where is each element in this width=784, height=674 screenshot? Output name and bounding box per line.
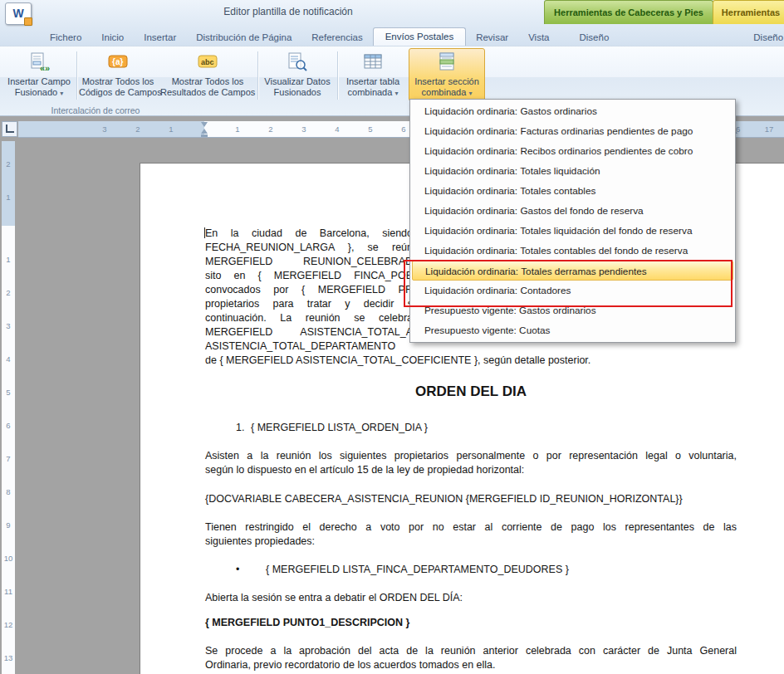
ruler-number: 9 [2, 520, 15, 530]
ribbon-tab-strip: Fichero Inicio Insertar Distribución de … [0, 25, 784, 46]
dropdown-arrow-icon: ▾ [468, 90, 472, 97]
ruler-number: 3 [301, 125, 306, 134]
preview-data-icon [261, 49, 334, 76]
docvariable-line: {DOCVARIABLE CABECERA_ASISTENCIA_REUNION… [205, 492, 737, 506]
contextual-group-tools: Herramientas [713, 0, 784, 24]
ruler-number: 1 [235, 125, 239, 134]
doc-line: FECHA_REUNION_LARGA }, se reún [205, 241, 413, 255]
menu-item[interactable]: Presupuesto vigente: Gastos ordinarios [410, 300, 735, 320]
show-field-results-button[interactable]: abc Mostrar Todos los Resultados de Camp… [159, 48, 256, 101]
tab-inicio[interactable]: Inicio [91, 29, 134, 46]
ruler-number: 2 [268, 125, 272, 134]
tab-revisar[interactable]: Revisar [466, 29, 518, 46]
doc-heading: ORDEN DEL DIA [205, 384, 737, 398]
tab-distribucion-de-pagina[interactable]: Distribución de Página [186, 29, 301, 46]
paragraph-se-procede: Se procede a la aprobación del acta de l… [205, 644, 737, 672]
merge-table-icon [340, 49, 406, 76]
field-codes-icon: {a} [79, 49, 157, 76]
ruler-number: 8 [2, 487, 15, 496]
list-number: 1. [236, 421, 251, 435]
dropdown-arrow-icon: ▾ [394, 90, 398, 97]
menu-item[interactable]: Liquidación ordinaria: Totales contables… [410, 241, 735, 261]
ruler-number: 6 [401, 125, 405, 134]
tab-stop-left-icon [6, 125, 14, 133]
doc-line: según lo dispuesto en el artículo 15 de … [205, 463, 737, 477]
list-text: { MERGEFIELD LISTA_ORDEN_DIA } [251, 422, 428, 433]
ruler-number: 2 [2, 288, 15, 297]
menu-item[interactable]: Liquidación ordinaria: Facturas ordinari… [410, 121, 735, 141]
menu-item[interactable]: Liquidación ordinaria: Totales liquidaci… [410, 221, 735, 241]
tab-diseno-2[interactable]: Diseño [743, 29, 784, 46]
bold-mergefield-line: { MERGEFIELD PUNTO1_DESCRIPCION } [205, 616, 737, 630]
insert-merge-table-button[interactable]: Insertar tabla combinada ▾ [339, 48, 407, 101]
doc-line: continuación. La reunión se celebra [205, 311, 413, 325]
menu-item[interactable]: Liquidación ordinaria: Totales contables [410, 181, 735, 201]
bullet-text: { MERGEFIELD LISTA_FINCA_DEPARTAMENTO_DE… [266, 564, 569, 575]
svg-text:«»: «» [40, 63, 50, 73]
ruler-number: 3 [102, 125, 106, 134]
doc-line: En la ciudad de Barcelona, siendo [205, 227, 413, 241]
show-field-codes-button[interactable]: {a} Mostrar Todos los Códigos de Campos [78, 48, 158, 101]
tab-diseno-cabeceras[interactable]: Diseño [569, 29, 619, 46]
ruler-number: 7 [2, 454, 15, 463]
ruler-number: 6 [2, 421, 15, 430]
doc-line: Asisten a la reunión los siguientes prop… [205, 449, 737, 463]
ruler-number: 1 [169, 125, 173, 134]
ruler-number: 13 [2, 653, 15, 662]
tab-envios-postales[interactable]: Envíos Postales [373, 27, 466, 46]
insert-merge-field-button[interactable]: «» Insertar Campo Fusionado ▾ [3, 48, 75, 101]
merge-field-icon: «» [4, 49, 74, 76]
doc-line: Tienen restringido el derecho a voto por… [205, 520, 737, 535]
ruler-number: 11 [2, 587, 15, 596]
doc-line: sito en { MERGEFIELD FINCA_POB [205, 269, 413, 283]
word-app-icon: W [5, 2, 32, 25]
vertical-ruler[interactable]: 21 12345678910111213 [2, 141, 15, 674]
numbered-list-item: 1.{ MERGEFIELD LISTA_ORDEN_DIA } [205, 421, 767, 435]
title-bar: W Editor plantilla de notificación Herra… [0, 0, 784, 25]
paragraph-restringido: Tienen restringido el derecho a voto por… [205, 520, 737, 549]
merge-section-icon [409, 49, 484, 76]
first-line-indent-marker[interactable] [201, 122, 208, 127]
menu-item[interactable]: Presupuesto vigente: Cuotas [410, 320, 735, 340]
menu-item[interactable]: Liquidación ordinaria: Totales derramas … [412, 261, 733, 281]
insert-merge-section-button[interactable]: Insertar sección combinada ▾ [409, 48, 485, 101]
paragraph-abierta: Abierta la sesión se entra a debatir el … [205, 591, 737, 605]
ruler-number: 2 [135, 125, 140, 134]
doc-line: Ordinaria, previo recordatorio de los ac… [205, 658, 737, 672]
left-indent-marker[interactable] [201, 134, 208, 137]
tab-insertar[interactable]: Insertar [134, 29, 186, 46]
hanging-indent-marker[interactable] [201, 129, 208, 134]
ruler-number: 1 [2, 193, 15, 202]
tab-stop-selector[interactable] [2, 121, 17, 137]
contextual-group-header-footer-tools: Herramientas de Cabeceras y Pies [544, 0, 713, 24]
ruler-number: 3 [2, 321, 15, 330]
ribbon-separator [257, 51, 259, 100]
menu-item[interactable]: Liquidación ordinaria: Gastos ordinarios [410, 101, 735, 121]
window-title: Editor plantilla de notificación [164, 6, 413, 17]
tab-referencias[interactable]: Referencias [301, 29, 372, 46]
ruler-number: 1 [2, 255, 15, 264]
ruler-number: 5 [368, 125, 372, 134]
ruler-number: 17 [765, 125, 774, 134]
doc-line: siguientes propiedades: [205, 535, 737, 549]
preview-merged-data-button[interactable]: Visualizar Datos Fusionados [260, 48, 335, 101]
doc-line: MERGEFIELD ASISTENCIA_TOTAL_A [205, 325, 413, 339]
menu-item[interactable]: Liquidación ordinaria: Contadores [410, 281, 735, 300]
ruler-number: 2 [2, 159, 15, 168]
menu-item[interactable]: Liquidación ordinaria: Gastos del fondo … [410, 201, 735, 221]
window-header: W Editor plantilla de notificación Herra… [0, 0, 784, 46]
bullet-glyph: • [236, 563, 266, 577]
tab-fichero[interactable]: Fichero [40, 29, 91, 46]
menu-item[interactable]: Liquidación ordinaria: Totales liquidaci… [410, 161, 735, 181]
tab-vista[interactable]: Vista [518, 29, 559, 46]
doc-line: convocados por { MERGEFIELD PR [205, 283, 413, 297]
doc-line: propietarios para tratar y decidir s [205, 297, 413, 311]
field-results-icon: abc [160, 49, 255, 76]
ruler-number: 5 [2, 388, 15, 397]
bullet-list-item: •{ MERGEFIELD LISTA_FINCA_DEPARTAMENTO_D… [205, 563, 767, 577]
svg-text:abc: abc [201, 58, 214, 66]
ruler-number: 4 [335, 125, 339, 134]
merge-section-menu: Liquidación ordinaria: Gastos ordinarios… [409, 99, 736, 343]
menu-item[interactable]: Liquidación ordinaria: Recibos ordinario… [410, 141, 735, 161]
ribbon-group-label: Intercalación de correo [17, 105, 174, 115]
